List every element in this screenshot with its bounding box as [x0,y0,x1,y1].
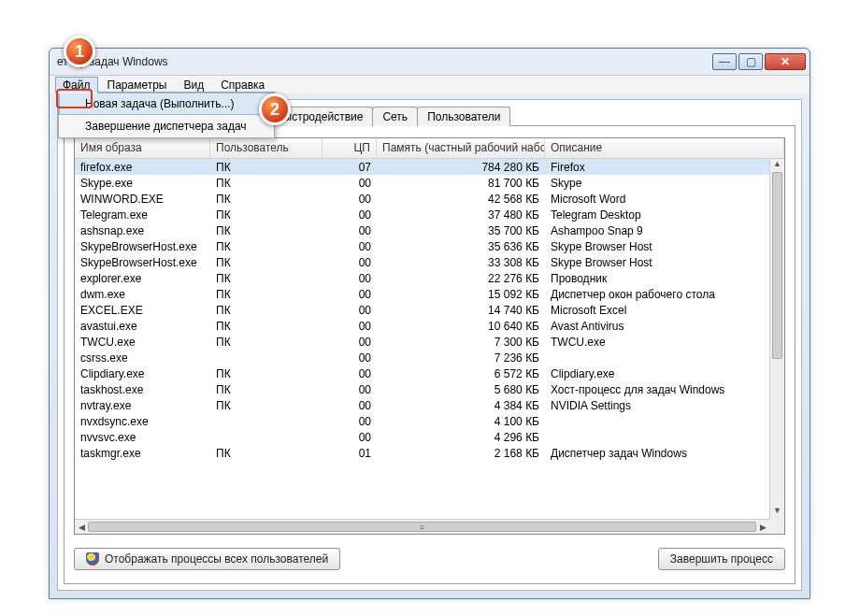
cell: ПК [210,304,322,317]
client-area: Приложения Процессы Службы Быстродействи… [57,99,802,591]
scroll-up-icon[interactable]: ▲ [770,159,784,172]
cell: ПК [210,336,322,349]
col-header-memory[interactable]: Память (частный рабочий набор) [377,138,545,158]
col-header-cpu[interactable]: ЦП [322,138,377,158]
table-row[interactable]: firefox.exeПК07784 280 КБFirefox [75,159,769,175]
table-row[interactable]: nvvsvc.exe004 296 КБ [75,429,769,445]
cell: ПК [210,256,322,269]
cell: 00 [322,351,377,365]
cell: 35 700 КБ [377,224,545,237]
cell: Хост-процесс для задач Windows [545,383,769,396]
cell: ПК [210,161,322,174]
table-row[interactable]: Telegram.exeПК0037 480 КБTelegram Deskto… [75,207,769,222]
cell: 33 308 КБ [377,256,545,269]
cell: NVIDIA Settings [545,399,769,412]
table-row[interactable]: avastui.exeПК0010 640 КБAvast Antivirus [75,318,769,334]
table-row[interactable]: ashsnap.exeПК0035 700 КБAshampoo Snap 9 [75,222,769,238]
cell: Microsoft Word [545,193,769,206]
cell: Firefox [545,161,769,174]
menu-item-new-task[interactable]: Новая задача (Выполнить...) [59,93,274,115]
show-all-users-button[interactable]: Отображать процессы всех пользователей [74,548,340,570]
uac-shield-icon [86,552,99,566]
col-header-description[interactable]: Описание [545,138,784,158]
cell: 4 384 КБ [377,399,545,412]
cell: 00 [322,208,377,222]
cell: 00 [322,383,377,396]
table-row[interactable]: WINWORD.EXEПК0042 568 КБMicrosoft Word [75,191,769,207]
menu-item-exit[interactable]: Завершение диспетчера задач [59,115,274,137]
cell: ПК [210,208,322,222]
cell: SkypeBrowserHost.exe [75,240,210,253]
cell: ПК [210,240,322,253]
titlebar[interactable]: етчер задач Windows — ▢ ✕ [50,49,810,75]
close-button[interactable]: ✕ [765,53,806,70]
cell: 14 740 КБ [377,304,545,317]
table-row[interactable]: EXCEL.EXEПК0014 740 КБMicrosoft Excel [75,302,769,318]
table-row[interactable]: taskmgr.exeПК012 168 КБДиспетчер задач W… [75,445,769,461]
menu-file[interactable]: Файл [55,77,98,93]
cell: avastui.exe [75,320,210,333]
maximize-button[interactable]: ▢ [738,53,763,70]
table-row[interactable]: Skype.exeПК0081 700 КБSkype [75,175,769,191]
cell: Clipdiary.exe [545,367,769,380]
table-row[interactable]: explorer.exeПК0022 276 КБПроводник [75,270,769,286]
table-row[interactable]: SkypeBrowserHost.exeПК0035 636 КБSkype B… [75,238,769,254]
cell: Microsoft Excel [545,304,769,317]
cell: Skype Browser Host [545,240,769,253]
tab-body-processes: Имя образа Пользователь ЦП Память (частн… [64,125,796,584]
scroll-right-icon[interactable]: ▶ [756,520,769,534]
cell: ПК [210,383,322,396]
table-row[interactable]: SkypeBrowserHost.exeПК0033 308 КБSkype B… [75,254,769,270]
cell: ПК [210,193,322,206]
scroll-left-icon[interactable]: ◀ [75,520,88,534]
table-row[interactable]: nvxdsync.exe004 100 КБ [75,413,769,429]
cell: Avast Antivirus [545,320,769,333]
cell: 5 680 КБ [377,383,545,396]
cell: 00 [322,272,377,285]
cell: 00 [322,367,377,380]
col-header-name[interactable]: Имя образа [75,138,210,158]
tab-users[interactable]: Пользователи [417,107,510,126]
menubar: Файл Параметры Вид Справка [50,75,810,93]
table-row[interactable]: TWCU.exeПК007 300 КБTWCU.exe [75,334,769,350]
vertical-scroll-thumb[interactable] [772,172,782,359]
vertical-scrollbar[interactable]: ▲ ▼ [769,159,784,519]
cell: ПК [210,320,322,333]
cell: ПК [210,288,322,301]
cell: Skype Browser Host [545,256,769,269]
list-body[interactable]: firefox.exeПК07784 280 КБFirefoxSkype.ex… [75,159,769,519]
cell: WINWORD.EXE [75,193,210,206]
minimize-button[interactable]: — [712,53,737,70]
file-menu-dropdown: Новая задача (Выполнить...) Завершение д… [58,92,275,138]
tab-network[interactable]: Сеть [372,107,418,126]
cell: taskhost.exe [75,383,210,396]
table-row[interactable]: csrss.exe007 236 КБ [75,350,769,365]
table-row[interactable]: Clipdiary.exeПК006 572 КБClipdiary.exe [75,365,769,381]
cell: 00 [322,415,377,428]
col-header-user[interactable]: Пользователь [210,138,322,158]
cell: 00 [322,288,377,301]
menu-view[interactable]: Вид [176,77,211,93]
cell: TWCU.exe [75,336,210,349]
end-process-button[interactable]: Завершить процесс [658,548,785,570]
cell: 7 300 КБ [377,336,545,349]
cell: taskmgr.exe [75,447,210,460]
cell: Clipdiary.exe [75,367,210,380]
cell: ПК [210,177,322,190]
cell: Skype.exe [75,177,210,190]
cell: 10 640 КБ [377,320,545,333]
table-row[interactable]: dwm.exeПК0015 092 КБДиспетчер окон рабоч… [75,286,769,302]
cell: firefox.exe [75,161,210,174]
cell: 42 568 КБ [377,193,545,206]
scroll-corner [769,519,784,534]
menu-options[interactable]: Параметры [100,77,175,93]
menu-help[interactable]: Справка [213,77,272,93]
scroll-down-icon[interactable]: ▼ [770,506,784,519]
table-row[interactable]: taskhost.exeПК005 680 КБХост-процесс для… [75,381,769,397]
cell: 00 [322,336,377,349]
cell: nvvsvc.exe [75,431,210,444]
horizontal-scroll-thumb[interactable]: ≡ [88,522,756,532]
horizontal-scrollbar[interactable]: ◀ ≡ ▶ [75,519,769,534]
cell: nvxdsync.exe [75,415,210,428]
table-row[interactable]: nvtray.exeПК004 384 КБNVIDIA Settings [75,397,769,413]
